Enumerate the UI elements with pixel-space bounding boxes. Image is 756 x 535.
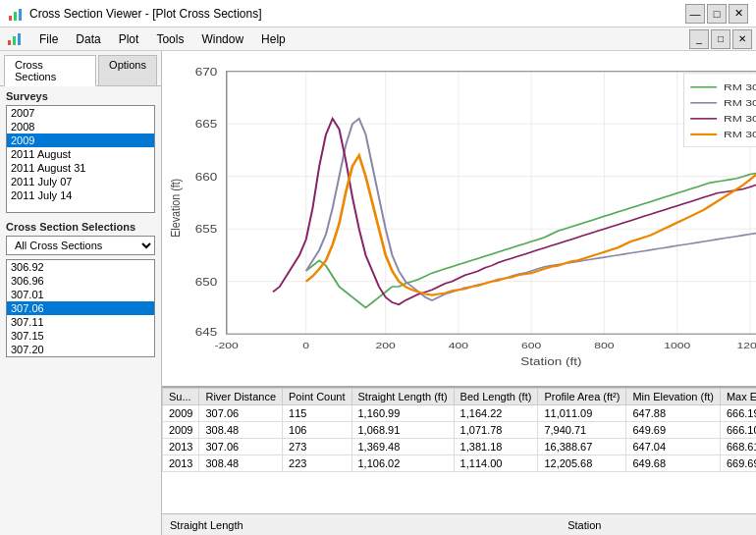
table-cell: 2009 <box>163 405 199 422</box>
status-bar: Straight Length Station <box>162 513 756 535</box>
svg-text:665: 665 <box>195 119 218 131</box>
col-bed-length: Bed Length (ft) <box>454 389 538 405</box>
table-cell: 1,068.91 <box>351 422 454 439</box>
svg-text:670: 670 <box>195 66 218 78</box>
app-menu-icon <box>4 29 26 49</box>
menu-minimize[interactable]: _ <box>689 29 709 49</box>
survey-2008[interactable]: 2008 <box>7 120 154 134</box>
table-cell: 1,114.00 <box>454 455 538 472</box>
surveys-section: Surveys 2007 2008 2009 2011 August 2011 … <box>0 86 161 217</box>
svg-text:645: 645 <box>195 327 218 339</box>
col-profile-area: Profile Area (ft²) <box>538 389 626 405</box>
table-cell: 1,160.99 <box>351 405 454 422</box>
svg-text:RM 308.48 - 2013: RM 308.48 - 2013 <box>724 129 756 139</box>
svg-rect-5 <box>18 33 21 45</box>
survey-2011aug31[interactable]: 2011 August 31 <box>7 161 154 175</box>
menu-close[interactable]: ✕ <box>732 29 752 49</box>
table-cell: 223 <box>283 455 351 472</box>
svg-text:Elevation (ft): Elevation (ft) <box>168 179 184 238</box>
survey-2011jul07[interactable]: 2011 July 07 <box>7 175 154 188</box>
menu-plot[interactable]: Plot <box>111 30 147 48</box>
svg-text:650: 650 <box>195 276 218 288</box>
cross-section-selections-label: Cross Section Selections <box>6 221 155 233</box>
app-icon <box>8 7 24 21</box>
table-cell: 1,071.78 <box>454 422 538 439</box>
table-cell: 666.19 <box>720 405 756 422</box>
col-survey: Su... <box>163 389 199 405</box>
survey-2011jul14[interactable]: 2011 July 14 <box>7 188 154 202</box>
chart-area: 670 665 660 655 650 645 Elevation (ft) -… <box>162 51 756 386</box>
menu-help[interactable]: Help <box>253 30 294 48</box>
table-header-row: Su... River Distance Point Count Straigh… <box>163 389 757 405</box>
svg-text:655: 655 <box>195 224 218 236</box>
table-cell: 106 <box>283 422 351 439</box>
svg-text:0: 0 <box>302 340 309 350</box>
table-row: 2009308.481061,068.911,071.787,940.71649… <box>163 422 757 439</box>
table-cell: 666.10 <box>720 422 756 439</box>
table-cell: 307.06 <box>199 439 283 455</box>
svg-text:600: 600 <box>521 340 541 350</box>
surveys-label: Surveys <box>6 90 155 102</box>
left-panel: Cross Sections Options Surveys 2007 2008… <box>0 51 162 535</box>
svg-rect-3 <box>8 40 11 45</box>
table-cell: 647.04 <box>626 439 721 455</box>
svg-rect-2 <box>19 9 22 21</box>
cs-307-15[interactable]: 307.15 <box>7 329 154 343</box>
title-bar-text: Cross Section Viewer - [Plot Cross Secti… <box>29 7 262 21</box>
table-cell: 669.69 <box>720 455 756 472</box>
table-cell: 16,388.67 <box>538 439 626 455</box>
data-table: Su... River Distance Point Count Straigh… <box>162 388 756 472</box>
maximize-button[interactable]: □ <box>707 4 727 24</box>
cs-306-92[interactable]: 306.92 <box>7 260 154 274</box>
cs-307-11[interactable]: 307.11 <box>7 315 154 329</box>
tab-options[interactable]: Options <box>98 55 157 85</box>
survey-2011aug[interactable]: 2011 August <box>7 147 154 161</box>
table-cell: 2009 <box>163 422 199 439</box>
menu-window[interactable]: Window <box>193 30 251 48</box>
cs-307-01[interactable]: 307.01 <box>7 288 154 301</box>
table-cell: 2013 <box>163 439 199 455</box>
col-straight-length: Straight Length (ft) <box>351 389 454 405</box>
surveys-list[interactable]: 2007 2008 2009 2011 August 2011 August 3… <box>6 105 155 213</box>
menu-data[interactable]: Data <box>68 30 108 48</box>
close-button[interactable]: ✕ <box>729 4 748 24</box>
svg-text:-200: -200 <box>215 340 239 350</box>
survey-2007[interactable]: 2007 <box>7 106 154 120</box>
table-cell: 668.61 <box>720 439 756 455</box>
survey-2009[interactable]: 2009 <box>7 134 154 147</box>
svg-text:400: 400 <box>449 340 468 350</box>
table-cell: 1,381.18 <box>454 439 538 455</box>
svg-text:1200: 1200 <box>736 340 756 350</box>
col-min-elevation: Min Elevation (ft) <box>626 389 721 405</box>
window-controls: — □ ✕ <box>685 4 748 24</box>
table-cell: 11,011.09 <box>538 405 626 422</box>
title-bar: Cross Section Viewer - [Plot Cross Secti… <box>0 0 756 27</box>
cs-306-96[interactable]: 306.96 <box>7 274 154 288</box>
cross-sections-section: Cross Section Selections All Cross Secti… <box>0 217 161 361</box>
svg-rect-4 <box>13 36 16 45</box>
col-max-elevation: Max Elevation (ft) <box>720 389 756 405</box>
minimize-button[interactable]: — <box>685 4 705 24</box>
tab-cross-sections[interactable]: Cross Sections <box>4 55 96 86</box>
cs-307-06[interactable]: 307.06 <box>7 301 154 315</box>
menu-bar: File Data Plot Tools Window Help _ □ ✕ <box>0 27 756 51</box>
svg-text:200: 200 <box>376 340 396 350</box>
col-point-count: Point Count <box>283 389 351 405</box>
svg-rect-1 <box>14 12 17 21</box>
chart-svg: 670 665 660 655 650 645 Elevation (ft) -… <box>167 61 756 376</box>
main-layout: Cross Sections Options Surveys 2007 2008… <box>0 51 756 535</box>
table-cell: 649.69 <box>626 422 721 439</box>
table-cell: 273 <box>283 439 351 455</box>
menu-file[interactable]: File <box>31 30 66 48</box>
cs-307-20[interactable]: 307.20 <box>7 343 154 356</box>
data-table-area: Su... River Distance Point Count Straigh… <box>162 386 756 513</box>
menu-tools[interactable]: Tools <box>148 30 191 48</box>
menu-maximize[interactable]: □ <box>711 29 730 49</box>
right-panel: 670 665 660 655 650 645 Elevation (ft) -… <box>162 51 756 535</box>
cross-section-filter[interactable]: All Cross Sections <box>6 236 155 255</box>
table-cell: 7,940.71 <box>538 422 626 439</box>
table-cell: 1,106.02 <box>351 455 454 472</box>
cross-sections-list[interactable]: 306.92 306.96 307.01 307.06 307.11 307.1… <box>6 259 155 357</box>
straight-length-status: Straight Length <box>170 519 243 531</box>
table-cell: 307.06 <box>199 405 283 422</box>
